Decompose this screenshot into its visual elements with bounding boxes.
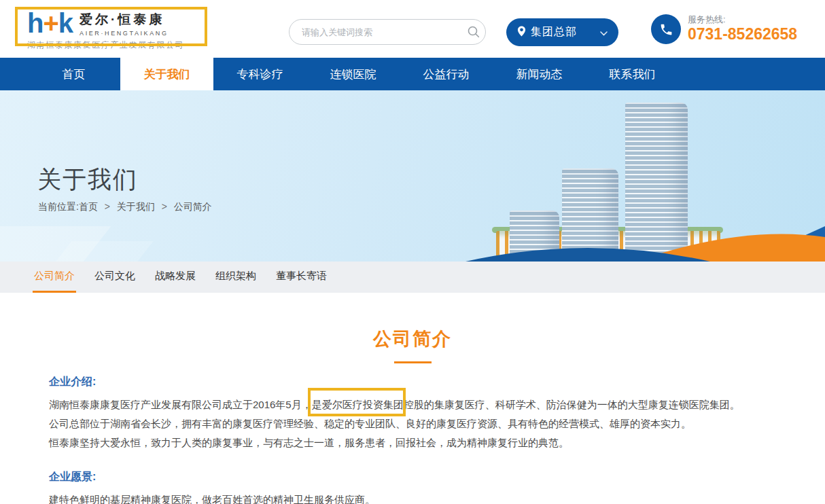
- content-heading: 公司简介: [0, 327, 825, 351]
- nav-item-charity[interactable]: 公益行动: [400, 58, 493, 90]
- annotation-highlight: 是爱尔医疗投资集团: [312, 399, 404, 410]
- section-vision: 企业愿景: 建特色鲜明的基层精神康复医院，做老百姓首选的精神卫生服务供应商。: [0, 470, 825, 504]
- tab-organization[interactable]: 组织架构: [214, 262, 258, 293]
- logo-mark: h+k: [27, 10, 73, 37]
- nav-item-news[interactable]: 新闻动态: [493, 58, 586, 90]
- breadcrumb-separator: >: [105, 201, 110, 212]
- section-tabs: 公司简介 公司文化 战略发展 组织架构 董事长寄语: [0, 262, 825, 293]
- page-header: h+k 爱尔·恒泰康 AIER·HENGTAIKANG 湖南恒泰康康复医疗产业发…: [0, 0, 825, 58]
- section-vision-title: 企业愿景:: [49, 470, 798, 484]
- main-nav: 首页 关于我们 专科诊疗 连锁医院 公益行动 新闻动态 联系我们: [0, 58, 825, 90]
- banner-wave-decoration: [0, 221, 825, 262]
- intro-line-1: 湖南恒泰康康复医疗产业发展有限公司成立于2016年5月，是爱尔医疗投资集团控股的…: [49, 395, 798, 414]
- nav-item-hospitals[interactable]: 连锁医院: [306, 58, 400, 90]
- logo-company-name: 湖南恒泰康康复医疗产业发展有限公司: [27, 39, 184, 51]
- logo-letter-k: k: [58, 8, 73, 38]
- nav-item-about[interactable]: 关于我们: [120, 58, 213, 90]
- tab-company-profile[interactable]: 公司简介: [33, 262, 76, 293]
- intro-line-1-pre: 湖南恒泰康康复医疗产业发展有限公司成立于2016年5月，: [49, 399, 312, 410]
- section-intro-title: 企业介绍:: [49, 375, 798, 389]
- intro-line-3: 恒泰康坚持大爱永恒，致力于人类的康复事业，与有志之士一道，服务患者，回报社会，成…: [49, 433, 798, 452]
- logo-cn-name: 爱尔·恒泰康: [80, 11, 168, 29]
- vision-line-1: 建特色鲜明的基层精神康复医院，做老百姓首选的精神卫生服务供应商。: [49, 490, 798, 504]
- hotline-number: 0731-85262658: [688, 25, 797, 43]
- breadcrumb-separator: >: [162, 201, 167, 212]
- hotline: 服务热线: 0731-85262658: [651, 14, 797, 44]
- intro-line-2: 公司总部位于湖南省会长沙，拥有丰富的康复医疗管理经验、稳定的专业团队、良好的康复…: [49, 414, 798, 433]
- tab-company-culture[interactable]: 公司文化: [93, 262, 137, 293]
- search-input[interactable]: [289, 27, 462, 37]
- location-dropdown[interactable]: 集团总部: [506, 18, 618, 46]
- breadcrumb-about[interactable]: 关于我们: [117, 201, 155, 212]
- tab-chairman-message[interactable]: 董事长寄语: [275, 262, 328, 293]
- nav-item-contact[interactable]: 联系我们: [586, 58, 679, 90]
- page-title: 关于我们: [37, 164, 138, 196]
- logo-en-name: AIER·HENGTAIKANG: [80, 30, 168, 37]
- heading-divider: [394, 361, 432, 363]
- tab-strategy[interactable]: 战略发展: [154, 262, 197, 293]
- section-intro: 企业介绍: 湖南恒泰康康复医疗产业发展有限公司成立于2016年5月，是爱尔医疗投…: [0, 375, 825, 452]
- breadcrumb-prefix: 当前位置:: [38, 201, 79, 212]
- main-content: 公司简介 企业介绍: 湖南恒泰康康复医疗产业发展有限公司成立于2016年5月，是…: [0, 293, 825, 504]
- breadcrumb-home[interactable]: 首页: [79, 201, 98, 212]
- intro-line-1-post: 控股的集康复医疗、科研学术、防治保健为一体的大型康复连锁医院集团。: [404, 399, 740, 410]
- search-box: [289, 19, 486, 45]
- nav-item-home[interactable]: 首页: [27, 58, 120, 90]
- intro-line-1-highlight: 是爱尔医疗投资集团: [312, 399, 404, 410]
- logo-plus-icon: +: [43, 8, 58, 38]
- breadcrumb-profile[interactable]: 公司简介: [174, 201, 212, 212]
- chevron-down-icon: [600, 26, 608, 39]
- logo[interactable]: h+k 爱尔·恒泰康 AIER·HENGTAIKANG 湖南恒泰康康复医疗产业发…: [27, 10, 184, 51]
- phone-icon: [651, 14, 681, 44]
- location-label: 集团总部: [531, 25, 577, 39]
- nav-item-specialty[interactable]: 专科诊疗: [213, 58, 306, 90]
- search-icon[interactable]: [462, 20, 485, 44]
- page-banner: 关于我们 当前位置:首页 > 关于我们 > 公司简介: [0, 90, 825, 262]
- location-pin-icon: [517, 26, 526, 39]
- hotline-label: 服务热线:: [688, 15, 797, 25]
- logo-letter-h: h: [27, 8, 43, 38]
- breadcrumb: 当前位置:首页 > 关于我们 > 公司简介: [38, 201, 212, 213]
